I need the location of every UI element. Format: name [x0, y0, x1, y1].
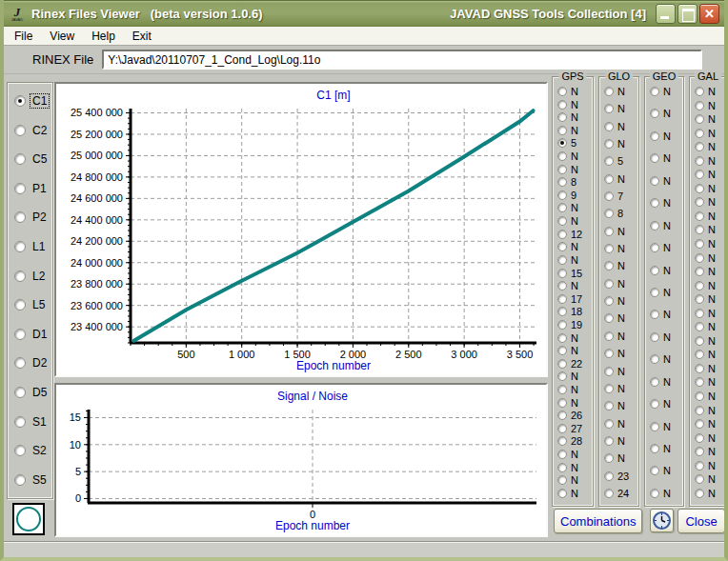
radio-icon[interactable]	[604, 453, 614, 463]
sat-radio-item[interactable]: N	[604, 418, 638, 430]
radio-icon[interactable]	[557, 333, 567, 343]
radio-icon[interactable]	[695, 433, 704, 443]
radio-icon[interactable]	[695, 129, 704, 138]
radio-icon[interactable]	[695, 461, 704, 471]
sat-radio-item[interactable]: N	[557, 449, 593, 460]
radio-icon[interactable]	[557, 436, 567, 446]
radio-icon[interactable]	[695, 184, 704, 193]
radio-icon[interactable]	[557, 242, 567, 251]
sat-radio-item[interactable]: N	[695, 280, 726, 291]
sat-radio-item[interactable]: 7	[604, 190, 638, 202]
sat-radio-item[interactable]: 9	[557, 190, 593, 201]
radio-icon[interactable]	[604, 331, 614, 341]
radio-icon[interactable]	[14, 474, 26, 486]
radio-icon[interactable]	[557, 112, 567, 122]
radio-icon[interactable]	[695, 406, 704, 415]
sat-radio-item[interactable]: N	[650, 287, 683, 298]
radio-icon[interactable]	[650, 444, 659, 453]
radio-icon[interactable]	[695, 377, 704, 387]
sat-radio-item[interactable]: N	[695, 169, 726, 180]
sat-radio-item[interactable]: 24	[604, 488, 638, 499]
radio-icon[interactable]	[650, 377, 659, 387]
sat-radio-item[interactable]: N	[557, 345, 593, 356]
radio-icon[interactable]	[650, 198, 659, 208]
minimize-icon[interactable]	[656, 4, 676, 24]
sat-radio-item[interactable]: N	[695, 432, 726, 444]
radio-icon[interactable]	[557, 398, 567, 408]
sat-radio-item[interactable]: N	[604, 331, 638, 342]
rinex-file-input[interactable]	[102, 50, 702, 70]
sat-radio-item[interactable]: N	[557, 150, 593, 162]
sat-radio-item[interactable]: N	[695, 266, 726, 277]
sat-radio-item[interactable]: N	[650, 130, 683, 142]
radio-icon[interactable]	[650, 221, 659, 230]
radio-icon[interactable]	[557, 307, 567, 316]
radio-icon[interactable]	[604, 122, 614, 131]
signal-radio-item[interactable]: S5	[14, 473, 52, 487]
radio-icon[interactable]	[604, 367, 614, 376]
radio-icon[interactable]	[557, 489, 567, 498]
sat-radio-item[interactable]: N	[650, 265, 683, 276]
radio-icon[interactable]	[695, 364, 704, 373]
sat-radio-item[interactable]: N	[695, 141, 726, 152]
signal-radio-item[interactable]: D5	[14, 386, 52, 399]
radio-icon[interactable]	[557, 126, 567, 135]
close-icon[interactable]	[699, 4, 719, 24]
sat-radio-item[interactable]: N	[557, 215, 593, 227]
radio-icon[interactable]	[604, 104, 614, 113]
radio-icon[interactable]	[604, 244, 614, 253]
radio-icon[interactable]	[604, 313, 614, 323]
sat-radio-item[interactable]: N	[604, 86, 638, 97]
radio-icon[interactable]	[695, 142, 704, 151]
radio-icon[interactable]	[557, 190, 567, 200]
radio-icon[interactable]	[557, 320, 567, 330]
radio-icon[interactable]	[650, 489, 659, 498]
radio-icon[interactable]	[695, 101, 704, 110]
radio-icon[interactable]	[14, 270, 26, 282]
radio-icon[interactable]	[604, 209, 614, 218]
radio-icon[interactable]	[604, 174, 614, 184]
radio-icon[interactable]	[695, 391, 704, 401]
radio-icon[interactable]	[557, 203, 567, 212]
radio-icon[interactable]	[557, 269, 567, 278]
radio-icon[interactable]	[695, 87, 704, 96]
sat-radio-item[interactable]: 17	[557, 293, 593, 305]
sat-radio-item[interactable]: N	[604, 295, 638, 307]
radio-icon[interactable]	[557, 424, 567, 433]
radio-icon[interactable]	[695, 322, 704, 331]
signal-radio-item[interactable]: S2	[14, 444, 52, 457]
sat-radio-item[interactable]: N	[695, 100, 726, 111]
sat-radio-item[interactable]: N	[650, 488, 683, 499]
radio-icon[interactable]	[604, 156, 614, 166]
sat-radio-item[interactable]: N	[695, 196, 726, 208]
radio-icon[interactable]	[604, 139, 614, 149]
sat-radio-item[interactable]: N	[650, 152, 683, 164]
sat-radio-item[interactable]: N	[604, 348, 638, 359]
radio-icon[interactable]	[650, 399, 659, 409]
radio-icon[interactable]	[557, 138, 567, 148]
sat-radio-item[interactable]: N	[650, 108, 683, 119]
radio-icon[interactable]	[604, 87, 614, 96]
radio-icon[interactable]	[604, 436, 614, 446]
sat-radio-item[interactable]: 8	[557, 176, 593, 188]
sat-radio-item[interactable]: N	[695, 321, 726, 332]
sat-radio-item[interactable]: N	[695, 363, 726, 374]
sat-radio-item[interactable]: 12	[557, 229, 593, 240]
radio-icon[interactable]	[557, 281, 567, 291]
radio-icon[interactable]	[557, 385, 567, 394]
radio-icon[interactable]	[650, 109, 659, 118]
sat-radio-item[interactable]: N	[650, 86, 683, 97]
radio-icon[interactable]	[557, 450, 567, 459]
signal-radio-item[interactable]: L5	[14, 298, 52, 311]
radio-icon[interactable]	[604, 261, 614, 270]
sat-radio-item[interactable]: N	[557, 371, 593, 382]
sat-radio-item[interactable]: N	[695, 238, 726, 250]
sat-radio-item[interactable]: N	[695, 376, 726, 388]
radio-icon[interactable]	[695, 156, 704, 166]
radio-icon[interactable]	[695, 309, 704, 318]
sat-radio-item[interactable]: N	[650, 376, 683, 388]
radio-icon[interactable]	[14, 125, 26, 136]
sat-radio-item[interactable]: N	[557, 202, 593, 213]
radio-icon[interactable]	[695, 350, 704, 359]
radio-icon[interactable]	[695, 114, 704, 124]
